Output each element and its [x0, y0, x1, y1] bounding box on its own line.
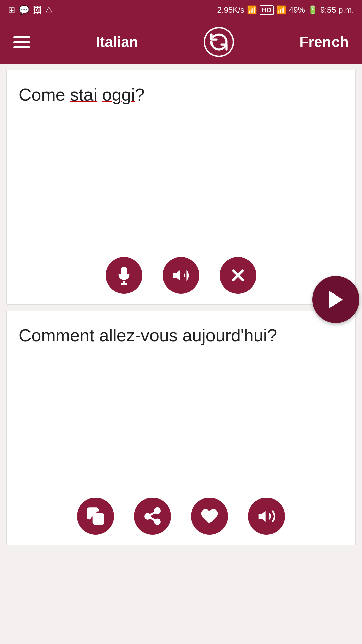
- microphone-button[interactable]: [106, 257, 142, 294]
- share-button[interactable]: [134, 498, 171, 535]
- svg-rect-6: [93, 514, 103, 524]
- top-panel-wrapper: Come stai oggi?: [6, 70, 356, 305]
- image-icon: 🖼: [33, 5, 42, 15]
- speed-indicator: 2.95K/s: [217, 5, 244, 15]
- word-oggi: oggi: [102, 85, 135, 104]
- swap-languages-button[interactable]: [204, 27, 234, 57]
- svg-marker-2: [173, 270, 180, 281]
- source-text[interactable]: Come stai oggi?: [7, 70, 355, 147]
- alert-icon: ⚠: [45, 5, 53, 15]
- battery-icon: 🔋: [308, 5, 318, 15]
- favorite-button[interactable]: [191, 498, 228, 535]
- status-bar: ⊞ 💬 🖼 ⚠ 2.95K/s 📶 HD 📶 49% 🔋 9:55 p.m.: [0, 0, 362, 20]
- svg-line-10: [150, 518, 155, 521]
- clear-button[interactable]: [220, 257, 256, 294]
- signal-icon: 📶: [276, 5, 286, 15]
- main-content: Come stai oggi?: [0, 64, 362, 644]
- menu-button[interactable]: [13, 36, 30, 48]
- source-panel: Come stai oggi?: [6, 70, 356, 305]
- battery-pct: 49%: [289, 5, 305, 15]
- clock: 9:55 p.m.: [320, 5, 354, 15]
- translation-panel-buttons: [7, 498, 355, 535]
- source-panel-buttons: [7, 257, 355, 294]
- wifi-icon: 📶: [247, 5, 257, 15]
- translated-text: Comment allez-vous aujourd'hui?: [7, 311, 355, 388]
- bottom-area: [0, 545, 362, 644]
- source-language[interactable]: Italian: [96, 34, 138, 50]
- status-bar-right: 2.95K/s 📶 HD 📶 49% 🔋 9:55 p.m.: [217, 5, 354, 15]
- whatsapp-icon: ⊞: [8, 5, 15, 15]
- translate-button[interactable]: [312, 276, 359, 323]
- word-stai: stai: [70, 85, 97, 104]
- translation-panel: Comment allez-vous aujourd'hui?: [6, 311, 356, 545]
- app-header: Italian French: [0, 20, 362, 64]
- copy-button[interactable]: [77, 498, 114, 535]
- status-bar-left: ⊞ 💬 🖼 ⚠: [8, 5, 53, 15]
- hd-icon: HD: [260, 5, 274, 15]
- chat-icon: 💬: [19, 5, 29, 15]
- svg-line-11: [150, 512, 155, 515]
- svg-marker-5: [329, 291, 343, 309]
- svg-marker-12: [259, 511, 266, 522]
- target-language[interactable]: French: [299, 34, 349, 50]
- speaker-button-translation[interactable]: [248, 498, 285, 535]
- speaker-button-source[interactable]: [163, 257, 199, 294]
